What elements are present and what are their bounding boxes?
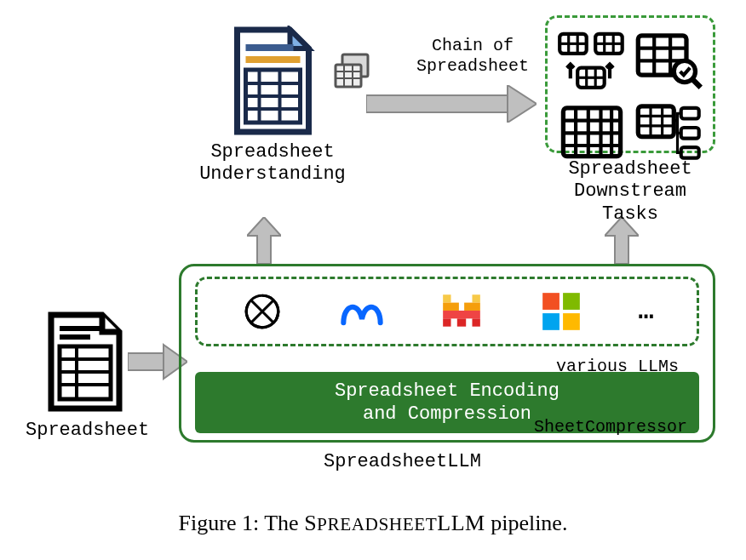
understanding-block: Spreadsheet Understanding bbox=[179, 26, 366, 186]
understanding-spreadsheet-icon bbox=[228, 26, 318, 136]
svg-marker-39 bbox=[508, 85, 537, 123]
mistral-icon bbox=[439, 289, 484, 334]
svg-rect-67 bbox=[638, 106, 674, 136]
svg-rect-14 bbox=[443, 311, 480, 318]
tasks-line1: Spreadsheet bbox=[568, 158, 691, 180]
chain-of-spreadsheet-label: Chain of Spreadsheet bbox=[400, 36, 545, 77]
svg-rect-20 bbox=[542, 313, 560, 330]
arrow-understanding-to-tasks bbox=[366, 85, 537, 127]
understanding-label: Spreadsheet Understanding bbox=[179, 141, 366, 186]
svg-rect-73 bbox=[681, 128, 699, 139]
svg-rect-11 bbox=[472, 294, 479, 302]
svg-rect-13 bbox=[464, 303, 480, 311]
svg-rect-10 bbox=[443, 294, 450, 302]
svg-rect-24 bbox=[245, 44, 293, 51]
task-hierarchy-icon bbox=[633, 99, 704, 166]
input-spreadsheet-block: Spreadsheet bbox=[26, 311, 145, 441]
task-table-search-icon bbox=[633, 26, 704, 94]
tasks-frame bbox=[545, 15, 715, 153]
microsoft-icon bbox=[539, 289, 583, 334]
svg-rect-33 bbox=[336, 65, 361, 87]
input-label: Spreadsheet bbox=[26, 420, 145, 441]
svg-rect-38 bbox=[366, 95, 508, 112]
svg-rect-16 bbox=[457, 318, 466, 326]
svg-rect-72 bbox=[681, 107, 699, 118]
arrow-sllm-to-understanding bbox=[247, 217, 281, 268]
svg-rect-0 bbox=[60, 326, 102, 331]
svg-rect-74 bbox=[681, 147, 699, 158]
svg-line-58 bbox=[691, 78, 701, 88]
llm-ellipsis: … bbox=[639, 297, 654, 326]
various-llms-label: various LLMs bbox=[556, 357, 679, 376]
tasks-line2: Downstream Tasks bbox=[574, 180, 686, 224]
spreadsheetllm-label: SpreadsheetLLM bbox=[324, 451, 481, 472]
figure-caption: Figure 1: The SPREADSHEETLLM pipeline. bbox=[0, 511, 746, 536]
downstream-tasks-block: Spreadsheet Downstream Tasks bbox=[545, 15, 715, 226]
caption-suffix: pipeline. bbox=[485, 511, 568, 535]
svg-rect-17 bbox=[472, 318, 479, 326]
understanding-line2: Understanding bbox=[199, 163, 346, 185]
spreadsheet-icon bbox=[43, 311, 128, 413]
tasks-label: Spreadsheet Downstream Tasks bbox=[545, 158, 715, 226]
svg-rect-7 bbox=[128, 353, 164, 370]
sheetcompressor-label: SheetCompressor bbox=[534, 417, 687, 437]
svg-rect-15 bbox=[443, 318, 450, 326]
svg-rect-18 bbox=[542, 293, 560, 310]
spreadsheetllm-box: … various LLMs Spreadsheet Encoding and … bbox=[179, 264, 715, 443]
svg-rect-19 bbox=[563, 293, 580, 310]
caption-prefix: Figure 1: The bbox=[179, 511, 305, 535]
svg-marker-22 bbox=[247, 217, 281, 264]
svg-rect-21 bbox=[563, 313, 580, 330]
svg-rect-1 bbox=[60, 334, 90, 340]
encoding-line1: Spreadsheet Encoding bbox=[335, 380, 560, 403]
llm-row: … bbox=[195, 277, 699, 346]
meta-icon bbox=[340, 289, 384, 334]
task-table-compare-icon bbox=[556, 26, 628, 94]
openai-icon bbox=[240, 289, 284, 334]
task-grid-icon bbox=[556, 99, 628, 166]
encoding-line2: and Compression bbox=[363, 403, 531, 426]
svg-rect-25 bbox=[245, 56, 300, 63]
diagram-canvas: Spreadsheet bbox=[0, 0, 746, 560]
svg-rect-12 bbox=[443, 303, 459, 311]
chain-line1: Chain of bbox=[432, 36, 514, 55]
chain-line2: Spreadsheet bbox=[416, 56, 529, 76]
understanding-line1: Spreadsheet bbox=[210, 141, 334, 163]
